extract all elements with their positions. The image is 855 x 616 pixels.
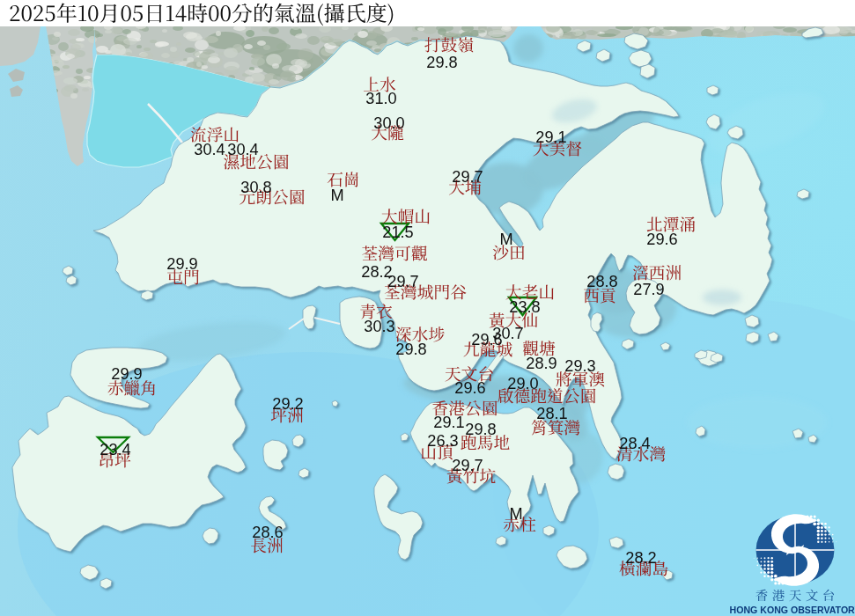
svg-text:30.4: 30.4	[227, 141, 258, 158]
svg-text:HONG KONG OBSERVATORY: HONG KONG OBSERVATORY	[730, 605, 855, 615]
svg-text:29.7: 29.7	[452, 457, 483, 474]
svg-text:27.9: 27.9	[633, 281, 664, 298]
svg-text:30.8: 30.8	[240, 179, 271, 196]
svg-text:21.5: 21.5	[382, 224, 413, 241]
svg-text:29.0: 29.0	[507, 375, 538, 392]
svg-text:28.1: 28.1	[536, 405, 567, 422]
svg-text:26.3: 26.3	[427, 432, 458, 450]
svg-text:30.3: 30.3	[364, 318, 394, 335]
svg-text:M: M	[509, 505, 522, 523]
svg-text:31.0: 31.0	[365, 90, 396, 107]
svg-text:29.1: 29.1	[535, 128, 566, 146]
svg-text:30.0: 30.0	[373, 114, 404, 132]
svg-text:28.4: 28.4	[619, 435, 650, 452]
svg-text:29.6: 29.6	[646, 231, 677, 248]
svg-text:28.6: 28.6	[252, 524, 283, 541]
svg-text:29.6: 29.6	[471, 331, 502, 348]
svg-text:29.8: 29.8	[465, 421, 496, 438]
svg-text:29.7: 29.7	[452, 168, 483, 186]
svg-text:28.9: 28.9	[526, 355, 556, 372]
svg-text:30.4: 30.4	[194, 141, 225, 158]
svg-text:M: M	[330, 187, 343, 204]
svg-text:28.2: 28.2	[625, 549, 656, 567]
svg-text:29.9: 29.9	[166, 255, 197, 273]
svg-text:28.8: 28.8	[586, 273, 617, 290]
svg-text:29.8: 29.8	[395, 341, 426, 358]
svg-text:29.3: 29.3	[564, 357, 595, 375]
svg-text:29.2: 29.2	[272, 395, 303, 413]
svg-text:29.6: 29.6	[454, 379, 485, 397]
svg-text:23.4: 23.4	[100, 441, 130, 458]
svg-text:29.7: 29.7	[387, 273, 418, 290]
svg-text:M: M	[499, 231, 512, 248]
svg-text:29.8: 29.8	[426, 54, 457, 71]
svg-text:29.9: 29.9	[111, 365, 142, 383]
svg-text:29.1: 29.1	[433, 414, 464, 431]
